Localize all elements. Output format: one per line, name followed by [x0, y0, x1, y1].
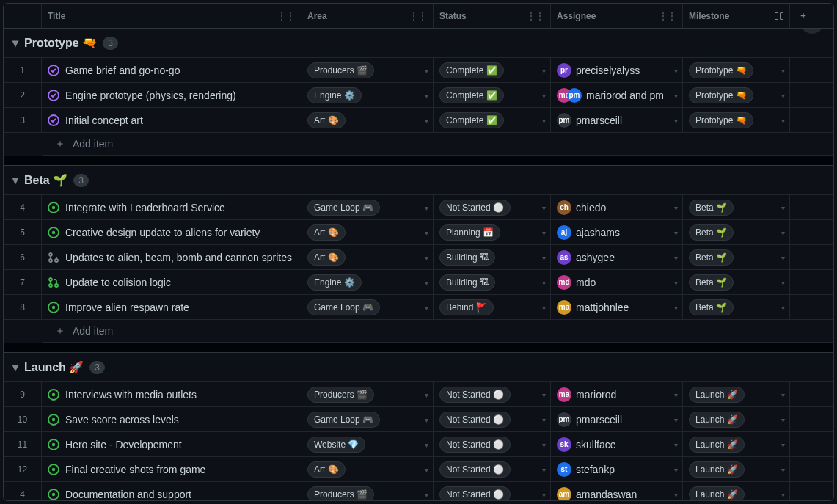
milestone-cell[interactable]: Beta 🌱 ▾	[683, 195, 790, 219]
chevron-down-icon[interactable]: ▾	[781, 116, 785, 124]
chevron-down-icon[interactable]: ▾	[781, 91, 785, 99]
assignee-cell[interactable]: st stefankp ▾	[551, 457, 683, 481]
area-cell[interactable]: Producers 🎬 ▾	[301, 58, 434, 82]
chevron-down-icon[interactable]: ▾	[781, 66, 785, 74]
chevron-down-icon[interactable]: ▾	[674, 278, 678, 286]
chevron-down-icon[interactable]: ▾	[425, 278, 428, 286]
assignee-cell[interactable]: pm pmarsceill ▾	[551, 108, 683, 132]
chevron-down-icon[interactable]: ▾	[425, 490, 428, 498]
chevron-down-icon[interactable]: ▾	[542, 415, 546, 423]
chevron-down-icon[interactable]: ▾	[542, 66, 546, 74]
chevron-down-icon[interactable]: ▾	[674, 303, 678, 311]
chevron-down-icon[interactable]: ▾	[781, 278, 785, 286]
chevron-down-icon[interactable]: ▾	[425, 91, 428, 99]
chevron-down-icon[interactable]: ▾	[425, 390, 428, 398]
milestone-cell[interactable]: Launch 🚀 ▾	[683, 482, 790, 501]
assignee-cell[interactable]: am amandaswan ▾	[551, 482, 683, 501]
status-cell[interactable]: Building 🏗 ▾	[434, 270, 551, 294]
status-cell[interactable]: Not Started ⚪️ ▾	[434, 382, 551, 406]
chevron-down-icon[interactable]: ▾	[425, 415, 428, 423]
assignee-cell[interactable]: aj ajashams ▾	[551, 220, 683, 244]
title-cell[interactable]: Improve alien respawn rate	[42, 295, 301, 319]
title-cell[interactable]: Documentation and support	[42, 482, 301, 501]
chevron-down-icon[interactable]: ▾	[674, 253, 678, 261]
chevron-down-icon[interactable]: ▾	[674, 390, 678, 398]
chevron-down-icon[interactable]: ▾	[425, 303, 428, 311]
chevron-down-icon[interactable]: ▾	[542, 390, 546, 398]
chevron-down-icon[interactable]: ▾	[674, 440, 678, 448]
chevron-down-icon[interactable]: ▾	[674, 228, 678, 236]
chevron-down-icon[interactable]: ▾	[781, 303, 785, 311]
milestone-cell[interactable]: Prototype 🔫 ▾	[683, 108, 790, 132]
chevron-down-icon[interactable]: ▾	[425, 440, 428, 448]
column-header-assignee[interactable]: Assignee ⋮⋮	[551, 4, 683, 28]
title-cell[interactable]: Update to colision logic	[42, 270, 301, 294]
area-cell[interactable]: Game Loop 🎮 ▾	[301, 195, 434, 219]
chevron-down-icon[interactable]: ▾	[781, 465, 785, 473]
title-cell[interactable]: Final creative shots from game	[42, 457, 301, 481]
column-header-title[interactable]: Title ⋮⋮	[42, 4, 301, 28]
area-cell[interactable]: Art 🎨 ▾	[301, 220, 434, 244]
chevron-down-icon[interactable]: ▾	[674, 490, 678, 498]
chevron-down-icon[interactable]: ▾	[542, 278, 546, 286]
status-cell[interactable]: Not Started ⚪️ ▾	[434, 457, 551, 481]
table-row[interactable]: 9 Interviews with media outlets Producer…	[4, 382, 833, 407]
title-cell[interactable]: Game brief and go-no-go	[42, 58, 301, 82]
status-cell[interactable]: Complete ✅ ▾	[434, 108, 551, 132]
chevron-down-icon[interactable]: ▾	[12, 173, 18, 187]
chevron-down-icon[interactable]: ▾	[781, 203, 785, 211]
column-layout-icon[interactable]	[775, 12, 783, 20]
table-row[interactable]: 3 Initial concept art Art 🎨 ▾ Complete ✅…	[4, 108, 833, 133]
chevron-down-icon[interactable]: ▾	[425, 66, 428, 74]
chevron-down-icon[interactable]: ▾	[542, 116, 546, 124]
table-row[interactable]: 7 Update to colision logic Engine ⚙️ ▾ B…	[4, 270, 833, 295]
area-cell[interactable]: Producers 🎬 ▾	[301, 482, 434, 501]
chevron-down-icon[interactable]: ▾	[542, 303, 546, 311]
chevron-down-icon[interactable]: ▾	[674, 91, 678, 99]
column-header-status[interactable]: Status ⋮⋮	[434, 4, 551, 28]
title-cell[interactable]: Interviews with media outlets	[42, 382, 301, 406]
area-cell[interactable]: Game Loop 🎮 ▾	[301, 295, 434, 319]
chevron-down-icon[interactable]: ▾	[542, 228, 546, 236]
table-row[interactable]: 4 Integrate with Leaderboard Service Gam…	[4, 195, 833, 220]
area-cell[interactable]: Engine ⚙️ ▾	[301, 83, 434, 107]
chevron-down-icon[interactable]: ▾	[542, 465, 546, 473]
column-drag-handle-icon[interactable]: ⋮⋮	[527, 11, 544, 21]
chevron-down-icon[interactable]: ▾	[781, 440, 785, 448]
chevron-down-icon[interactable]: ▾	[781, 490, 785, 498]
table-row[interactable]: 6 Updates to alien, beam, bomb and canno…	[4, 245, 833, 270]
status-cell[interactable]: Complete ✅ ▾	[434, 58, 551, 82]
area-cell[interactable]: Producers 🎬 ▾	[301, 382, 434, 406]
chevron-down-icon[interactable]: ▾	[542, 203, 546, 211]
assignee-cell[interactable]: sk skullface ▾	[551, 432, 683, 456]
assignee-cell[interactable]: ma mattjohnlee ▾	[551, 295, 683, 319]
assignee-cell[interactable]: mapm mariorod and pm ▾	[551, 83, 683, 107]
assignee-cell[interactable]: as ashygee ▾	[551, 245, 683, 269]
status-cell[interactable]: Not Started ⚪️ ▾	[434, 482, 551, 501]
group-header[interactable]: ▾ Beta 🌱 3	[4, 166, 833, 195]
group-header[interactable]: ▾ Launch 🚀 3	[4, 353, 833, 382]
chevron-down-icon[interactable]: ▾	[674, 465, 678, 473]
chevron-down-icon[interactable]: ▾	[425, 465, 428, 473]
milestone-cell[interactable]: Beta 🌱 ▾	[683, 220, 790, 244]
table-row[interactable]: 8 Improve alien respawn rate Game Loop 🎮…	[4, 295, 833, 320]
column-drag-handle-icon[interactable]: ⋮⋮	[659, 11, 676, 21]
add-item-button[interactable]: ＋ Add item	[42, 133, 833, 156]
assignee-cell[interactable]: md mdo ▾	[551, 270, 683, 294]
status-cell[interactable]: Behind 🚩 ▾	[434, 295, 551, 319]
milestone-cell[interactable]: Launch 🚀 ▾	[683, 382, 790, 406]
column-header-milestone[interactable]: Milestone	[683, 4, 790, 28]
assignee-cell[interactable]: ma mariorod ▾	[551, 382, 683, 406]
status-cell[interactable]: Planning 📅 ▾	[434, 220, 551, 244]
area-cell[interactable]: Engine ⚙️ ▾	[301, 270, 434, 294]
title-cell[interactable]: Integrate with Leaderboard Service	[42, 195, 301, 219]
chevron-down-icon[interactable]: ▾	[425, 228, 428, 236]
chevron-down-icon[interactable]: ▾	[425, 116, 428, 124]
chevron-down-icon[interactable]: ▾	[781, 253, 785, 261]
chevron-down-icon[interactable]: ▾	[425, 203, 428, 211]
table-row[interactable]: 4 Documentation and support Producers 🎬 …	[4, 482, 833, 501]
chevron-down-icon[interactable]: ▾	[542, 253, 546, 261]
table-row[interactable]: 5 Creative design update to aliens for v…	[4, 220, 833, 245]
assignee-cell[interactable]: ch chiedo ▾	[551, 195, 683, 219]
title-cell[interactable]: Engine prototype (physics, rendering)	[42, 83, 301, 107]
